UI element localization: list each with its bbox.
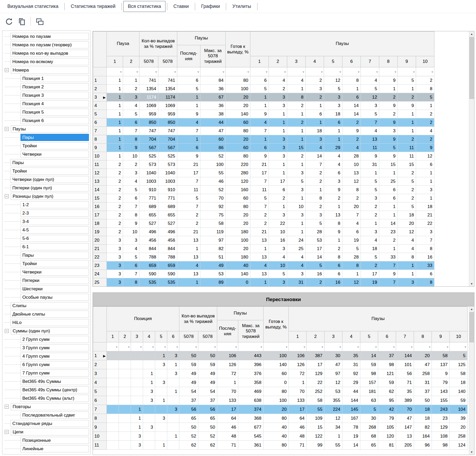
tree-item[interactable]: Двойные слипы: [2, 310, 90, 318]
cell[interactable]: 9: [379, 76, 398, 85]
cell[interactable]: 59: [360, 360, 378, 369]
row-number-cell[interactable]: 3: [93, 369, 107, 378]
cell[interactable]: 17: [250, 169, 269, 177]
cell[interactable]: 1: [107, 102, 123, 110]
cell[interactable]: 9: [250, 152, 269, 160]
cell[interactable]: 3: [287, 211, 306, 219]
cell[interactable]: 2: [361, 211, 379, 219]
cell[interactable]: 659: [158, 261, 177, 270]
cell[interactable]: 6: [123, 118, 139, 127]
cell[interactable]: 2: [250, 211, 269, 219]
filter-dropdown-icon[interactable]: ▾: [140, 345, 142, 349]
cell[interactable]: 4: [250, 261, 269, 270]
cell[interactable]: 80: [226, 76, 250, 85]
cell[interactable]: 79: [432, 378, 450, 387]
row-number-cell[interactable]: 4: [93, 102, 107, 110]
cell[interactable]: 0: [264, 378, 289, 387]
filter-cell[interactable]: ▾: [143, 342, 155, 351]
cell[interactable]: [155, 423, 167, 432]
tree-item[interactable]: Позиция 6: [2, 116, 90, 125]
cell[interactable]: 79: [378, 414, 396, 423]
cell[interactable]: [143, 351, 155, 360]
cell[interactable]: 59: [198, 360, 217, 369]
cell[interactable]: 60: [226, 118, 250, 127]
cell[interactable]: 2: [123, 85, 139, 93]
cell[interactable]: 31: [361, 160, 379, 169]
cell[interactable]: 1: [131, 414, 143, 423]
cell[interactable]: 60: [226, 144, 250, 152]
collapse-icon[interactable]: [5, 430, 9, 434]
cell[interactable]: 959: [158, 110, 177, 118]
row-number-cell[interactable]: 10: [93, 432, 107, 441]
cell[interactable]: [143, 441, 155, 450]
cell[interactable]: 17: [306, 245, 324, 253]
cell[interactable]: 10: [123, 228, 139, 236]
cell[interactable]: 2: [324, 194, 342, 202]
tree-item[interactable]: 4-5: [2, 226, 90, 234]
filter-dropdown-icon[interactable]: ▾: [164, 345, 166, 349]
cell[interactable]: 5: [287, 177, 306, 186]
filter-cell[interactable]: ▾: [119, 342, 131, 351]
row-number-cell[interactable]: 1▶: [93, 351, 107, 360]
cell[interactable]: 3: [269, 152, 287, 160]
cell[interactable]: 7: [379, 278, 398, 287]
cell[interactable]: 567: [139, 144, 158, 152]
cell[interactable]: 29: [324, 144, 342, 152]
cell[interactable]: 40: [264, 432, 289, 441]
cell[interactable]: [131, 387, 143, 396]
cell[interactable]: 52: [200, 186, 226, 194]
cell[interactable]: 4: [177, 118, 200, 127]
cell[interactable]: 3: [379, 127, 398, 135]
cell[interactable]: 2: [107, 202, 123, 211]
cell[interactable]: 10: [123, 152, 139, 160]
cell[interactable]: 98: [378, 360, 396, 369]
cell[interactable]: 18: [450, 378, 468, 387]
cell[interactable]: 5: [324, 85, 342, 93]
cell[interactable]: 14: [306, 152, 324, 160]
cell[interactable]: 5: [361, 253, 379, 261]
cell[interactable]: 1: [306, 118, 324, 127]
cell[interactable]: 3: [306, 85, 324, 93]
cell[interactable]: 3: [306, 211, 324, 219]
cell[interactable]: 1: [306, 102, 324, 110]
cell[interactable]: 58: [432, 351, 450, 360]
cell[interactable]: 1: [250, 135, 269, 144]
cell[interactable]: [143, 360, 155, 369]
cell[interactable]: 2: [306, 202, 324, 211]
cell[interactable]: 9: [379, 135, 398, 144]
cell[interactable]: 224: [325, 405, 342, 414]
filter-cell[interactable]: ▾: [264, 342, 289, 351]
cell[interactable]: [107, 360, 119, 369]
filter-cell[interactable]: ▾: [378, 342, 396, 351]
filter-cell[interactable]: ▾: [360, 342, 378, 351]
cell[interactable]: 47: [325, 360, 342, 369]
filter-cell[interactable]: ▾: [432, 342, 450, 351]
cell[interactable]: [119, 369, 131, 378]
cell[interactable]: [155, 405, 167, 414]
row-number-cell[interactable]: 13: [93, 177, 107, 186]
cell[interactable]: 80: [226, 152, 250, 160]
cell[interactable]: [143, 414, 155, 423]
cell[interactable]: 2: [107, 186, 123, 194]
row-number-cell[interactable]: 1: [93, 76, 107, 85]
cell[interactable]: 38: [200, 110, 226, 118]
filter-dropdown-icon[interactable]: ▾: [339, 70, 341, 74]
cell[interactable]: [107, 351, 119, 360]
cell[interactable]: 10: [269, 261, 287, 270]
row-number-cell[interactable]: 17: [93, 211, 107, 219]
cell[interactable]: 5: [250, 85, 269, 93]
row-number-cell[interactable]: 11: [93, 441, 107, 450]
cell[interactable]: 56: [396, 369, 414, 378]
cell[interactable]: 18: [416, 202, 434, 211]
cell[interactable]: 100: [264, 351, 289, 360]
cell[interactable]: 21: [177, 160, 200, 169]
cell[interactable]: 121: [378, 369, 396, 378]
cell[interactable]: 7: [123, 127, 139, 135]
cell[interactable]: 15: [398, 160, 416, 169]
cell[interactable]: 8: [324, 253, 342, 261]
cell[interactable]: 1: [155, 441, 167, 450]
cell[interactable]: 13: [250, 253, 269, 261]
cell[interactable]: 2: [107, 160, 123, 169]
filter-cell[interactable]: ▾: [123, 67, 139, 76]
cell[interactable]: 16: [324, 278, 342, 287]
